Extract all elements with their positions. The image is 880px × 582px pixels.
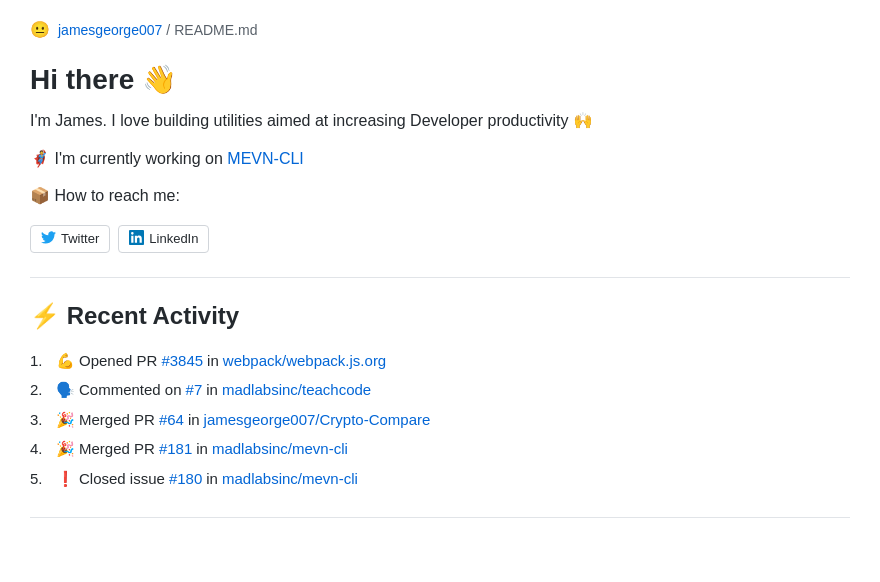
item-emoji: ❗ [56, 466, 75, 492]
recent-activity-heading: ⚡ Recent Activity [30, 302, 850, 330]
item-number: 1. [30, 348, 52, 374]
repo-link[interactable]: jamesgeorge007/Crypto-Compare [204, 407, 431, 433]
bottom-divider [30, 517, 850, 518]
list-item: 2.🗣️ Commented on #7 in madlabsinc/teach… [30, 375, 850, 405]
reach-me-line: 📦 How to reach me: [30, 183, 850, 209]
list-item: 4.🎉 Merged PR #181 in madlabsinc/mevn-cl… [30, 434, 850, 464]
intro-section: Hi there 👋 I'm James. I love building ut… [30, 63, 850, 209]
repo-link[interactable]: madlabsinc/teachcode [222, 377, 371, 403]
item-emoji: 🎉 [56, 407, 75, 433]
activity-link[interactable]: #7 [186, 377, 203, 403]
activity-link[interactable]: #64 [159, 407, 184, 433]
main-container: 😐 jamesgeorge007 / README.md Hi there 👋 … [0, 0, 880, 538]
activity-link[interactable]: #181 [159, 436, 192, 462]
breadcrumb: 😐 jamesgeorge007 / README.md [30, 20, 850, 39]
item-number: 3. [30, 407, 52, 433]
repo-link[interactable]: madlabsinc/mevn-cli [212, 436, 348, 462]
item-number: 4. [30, 436, 52, 462]
item-emoji: 💪 [56, 348, 75, 374]
list-item: 3.🎉 Merged PR #64 in jamesgeorge007/Cryp… [30, 405, 850, 435]
twitter-button[interactable]: Twitter [30, 225, 110, 253]
breadcrumb-file: README.md [174, 22, 257, 38]
breadcrumb-separator: / [166, 22, 170, 38]
linkedin-label: LinkedIn [149, 231, 198, 246]
working-on-prefix: 🦸 I'm currently working on [30, 150, 227, 167]
intro-description: I'm James. I love building utilities aim… [30, 108, 850, 134]
user-icon: 😐 [30, 20, 50, 39]
repo-link[interactable]: webpack/webpack.js.org [223, 348, 386, 374]
twitter-icon [41, 230, 56, 248]
activity-list: 1.💪 Opened PR #3845 in webpack/webpack.j… [30, 346, 850, 494]
section-divider [30, 277, 850, 278]
social-buttons-container: Twitter LinkedIn [30, 225, 850, 253]
repo-link[interactable]: madlabsinc/mevn-cli [222, 466, 358, 492]
list-item: 5.❗ Closed issue #180 in madlabsinc/mevn… [30, 464, 850, 494]
linkedin-button[interactable]: LinkedIn [118, 225, 209, 253]
item-emoji: 🗣️ [56, 377, 75, 403]
mevn-cli-link[interactable]: MEVN-CLI [227, 150, 303, 167]
list-item: 1.💪 Opened PR #3845 in webpack/webpack.j… [30, 346, 850, 376]
item-number: 2. [30, 377, 52, 403]
twitter-label: Twitter [61, 231, 99, 246]
breadcrumb-user-link[interactable]: jamesgeorge007 [58, 22, 162, 38]
activity-link[interactable]: #3845 [161, 348, 203, 374]
item-emoji: 🎉 [56, 436, 75, 462]
linkedin-icon [129, 230, 144, 248]
page-title: Hi there 👋 [30, 63, 850, 96]
recent-activity-section: ⚡ Recent Activity 1.💪 Opened PR #3845 in… [30, 302, 850, 494]
activity-link[interactable]: #180 [169, 466, 202, 492]
item-number: 5. [30, 466, 52, 492]
working-on-line: 🦸 I'm currently working on MEVN-CLI [30, 146, 850, 172]
